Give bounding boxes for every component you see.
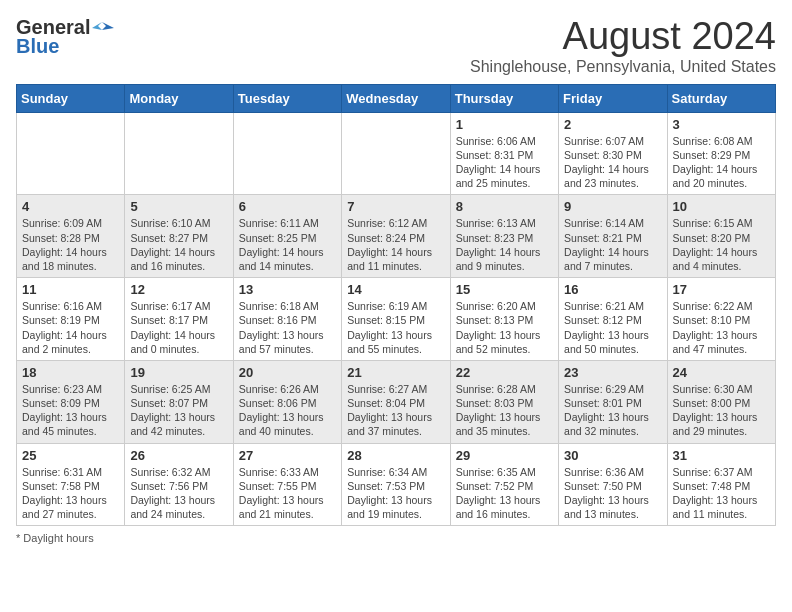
day-number: 7	[347, 199, 444, 214]
day-info: Sunrise: 6:25 AMSunset: 8:07 PMDaylight:…	[130, 382, 227, 439]
col-header-thursday: Thursday	[450, 84, 558, 112]
day-cell: 8Sunrise: 6:13 AMSunset: 8:23 PMDaylight…	[450, 195, 558, 278]
svg-marker-1	[92, 22, 102, 30]
day-cell: 6Sunrise: 6:11 AMSunset: 8:25 PMDaylight…	[233, 195, 341, 278]
day-cell	[233, 112, 341, 195]
day-number: 28	[347, 448, 444, 463]
day-number: 22	[456, 365, 553, 380]
day-number: 16	[564, 282, 661, 297]
header: General Blue August 2024 Shinglehouse, P…	[16, 16, 776, 76]
day-info: Sunrise: 6:23 AMSunset: 8:09 PMDaylight:…	[22, 382, 119, 439]
day-info: Sunrise: 6:28 AMSunset: 8:03 PMDaylight:…	[456, 382, 553, 439]
day-number: 20	[239, 365, 336, 380]
day-cell: 16Sunrise: 6:21 AMSunset: 8:12 PMDayligh…	[559, 278, 667, 361]
day-number: 30	[564, 448, 661, 463]
day-cell	[342, 112, 450, 195]
svg-marker-0	[102, 22, 114, 30]
day-info: Sunrise: 6:17 AMSunset: 8:17 PMDaylight:…	[130, 299, 227, 356]
day-number: 1	[456, 117, 553, 132]
day-info: Sunrise: 6:36 AMSunset: 7:50 PMDaylight:…	[564, 465, 661, 522]
day-cell: 30Sunrise: 6:36 AMSunset: 7:50 PMDayligh…	[559, 443, 667, 526]
logo: General Blue	[16, 16, 114, 58]
day-info: Sunrise: 6:14 AMSunset: 8:21 PMDaylight:…	[564, 216, 661, 273]
col-header-friday: Friday	[559, 84, 667, 112]
day-info: Sunrise: 6:37 AMSunset: 7:48 PMDaylight:…	[673, 465, 770, 522]
day-number: 14	[347, 282, 444, 297]
day-info: Sunrise: 6:12 AMSunset: 8:24 PMDaylight:…	[347, 216, 444, 273]
day-cell: 2Sunrise: 6:07 AMSunset: 8:30 PMDaylight…	[559, 112, 667, 195]
day-cell: 17Sunrise: 6:22 AMSunset: 8:10 PMDayligh…	[667, 278, 775, 361]
week-row-4: 18Sunrise: 6:23 AMSunset: 8:09 PMDayligh…	[17, 360, 776, 443]
day-cell: 5Sunrise: 6:10 AMSunset: 8:27 PMDaylight…	[125, 195, 233, 278]
day-cell: 1Sunrise: 6:06 AMSunset: 8:31 PMDaylight…	[450, 112, 558, 195]
day-number: 12	[130, 282, 227, 297]
header-row: SundayMondayTuesdayWednesdayThursdayFrid…	[17, 84, 776, 112]
day-cell: 26Sunrise: 6:32 AMSunset: 7:56 PMDayligh…	[125, 443, 233, 526]
day-cell: 19Sunrise: 6:25 AMSunset: 8:07 PMDayligh…	[125, 360, 233, 443]
logo-bird-icon	[92, 20, 114, 36]
day-number: 15	[456, 282, 553, 297]
day-cell: 29Sunrise: 6:35 AMSunset: 7:52 PMDayligh…	[450, 443, 558, 526]
day-info: Sunrise: 6:11 AMSunset: 8:25 PMDaylight:…	[239, 216, 336, 273]
day-info: Sunrise: 6:30 AMSunset: 8:00 PMDaylight:…	[673, 382, 770, 439]
day-cell: 28Sunrise: 6:34 AMSunset: 7:53 PMDayligh…	[342, 443, 450, 526]
day-number: 24	[673, 365, 770, 380]
day-cell: 27Sunrise: 6:33 AMSunset: 7:55 PMDayligh…	[233, 443, 341, 526]
day-cell: 15Sunrise: 6:20 AMSunset: 8:13 PMDayligh…	[450, 278, 558, 361]
day-number: 29	[456, 448, 553, 463]
day-info: Sunrise: 6:26 AMSunset: 8:06 PMDaylight:…	[239, 382, 336, 439]
day-number: 23	[564, 365, 661, 380]
day-cell: 21Sunrise: 6:27 AMSunset: 8:04 PMDayligh…	[342, 360, 450, 443]
day-number: 4	[22, 199, 119, 214]
day-number: 2	[564, 117, 661, 132]
day-info: Sunrise: 6:10 AMSunset: 8:27 PMDaylight:…	[130, 216, 227, 273]
day-info: Sunrise: 6:22 AMSunset: 8:10 PMDaylight:…	[673, 299, 770, 356]
day-info: Sunrise: 6:29 AMSunset: 8:01 PMDaylight:…	[564, 382, 661, 439]
day-info: Sunrise: 6:09 AMSunset: 8:28 PMDaylight:…	[22, 216, 119, 273]
day-info: Sunrise: 6:34 AMSunset: 7:53 PMDaylight:…	[347, 465, 444, 522]
day-number: 8	[456, 199, 553, 214]
col-header-wednesday: Wednesday	[342, 84, 450, 112]
day-info: Sunrise: 6:15 AMSunset: 8:20 PMDaylight:…	[673, 216, 770, 273]
day-info: Sunrise: 6:20 AMSunset: 8:13 PMDaylight:…	[456, 299, 553, 356]
day-number: 19	[130, 365, 227, 380]
day-info: Sunrise: 6:07 AMSunset: 8:30 PMDaylight:…	[564, 134, 661, 191]
day-cell: 4Sunrise: 6:09 AMSunset: 8:28 PMDaylight…	[17, 195, 125, 278]
day-info: Sunrise: 6:32 AMSunset: 7:56 PMDaylight:…	[130, 465, 227, 522]
calendar-table: SundayMondayTuesdayWednesdayThursdayFrid…	[16, 84, 776, 526]
day-number: 11	[22, 282, 119, 297]
col-header-sunday: Sunday	[17, 84, 125, 112]
day-info: Sunrise: 6:33 AMSunset: 7:55 PMDaylight:…	[239, 465, 336, 522]
day-number: 3	[673, 117, 770, 132]
logo-blue: Blue	[16, 35, 59, 58]
day-cell: 7Sunrise: 6:12 AMSunset: 8:24 PMDaylight…	[342, 195, 450, 278]
day-cell: 25Sunrise: 6:31 AMSunset: 7:58 PMDayligh…	[17, 443, 125, 526]
day-cell: 10Sunrise: 6:15 AMSunset: 8:20 PMDayligh…	[667, 195, 775, 278]
day-cell: 12Sunrise: 6:17 AMSunset: 8:17 PMDayligh…	[125, 278, 233, 361]
day-cell: 13Sunrise: 6:18 AMSunset: 8:16 PMDayligh…	[233, 278, 341, 361]
day-cell	[17, 112, 125, 195]
page-title: August 2024	[470, 16, 776, 58]
day-cell: 24Sunrise: 6:30 AMSunset: 8:00 PMDayligh…	[667, 360, 775, 443]
day-info: Sunrise: 6:13 AMSunset: 8:23 PMDaylight:…	[456, 216, 553, 273]
day-cell: 20Sunrise: 6:26 AMSunset: 8:06 PMDayligh…	[233, 360, 341, 443]
day-cell	[125, 112, 233, 195]
day-number: 10	[673, 199, 770, 214]
day-number: 25	[22, 448, 119, 463]
day-number: 18	[22, 365, 119, 380]
day-number: 13	[239, 282, 336, 297]
day-info: Sunrise: 6:19 AMSunset: 8:15 PMDaylight:…	[347, 299, 444, 356]
footer-note: * Daylight hours	[16, 532, 776, 544]
day-number: 21	[347, 365, 444, 380]
day-info: Sunrise: 6:21 AMSunset: 8:12 PMDaylight:…	[564, 299, 661, 356]
page-subtitle: Shinglehouse, Pennsylvania, United State…	[470, 58, 776, 76]
day-cell: 31Sunrise: 6:37 AMSunset: 7:48 PMDayligh…	[667, 443, 775, 526]
day-number: 6	[239, 199, 336, 214]
day-info: Sunrise: 6:18 AMSunset: 8:16 PMDaylight:…	[239, 299, 336, 356]
day-number: 9	[564, 199, 661, 214]
day-cell: 18Sunrise: 6:23 AMSunset: 8:09 PMDayligh…	[17, 360, 125, 443]
day-info: Sunrise: 6:08 AMSunset: 8:29 PMDaylight:…	[673, 134, 770, 191]
day-cell: 3Sunrise: 6:08 AMSunset: 8:29 PMDaylight…	[667, 112, 775, 195]
day-info: Sunrise: 6:31 AMSunset: 7:58 PMDaylight:…	[22, 465, 119, 522]
day-info: Sunrise: 6:16 AMSunset: 8:19 PMDaylight:…	[22, 299, 119, 356]
